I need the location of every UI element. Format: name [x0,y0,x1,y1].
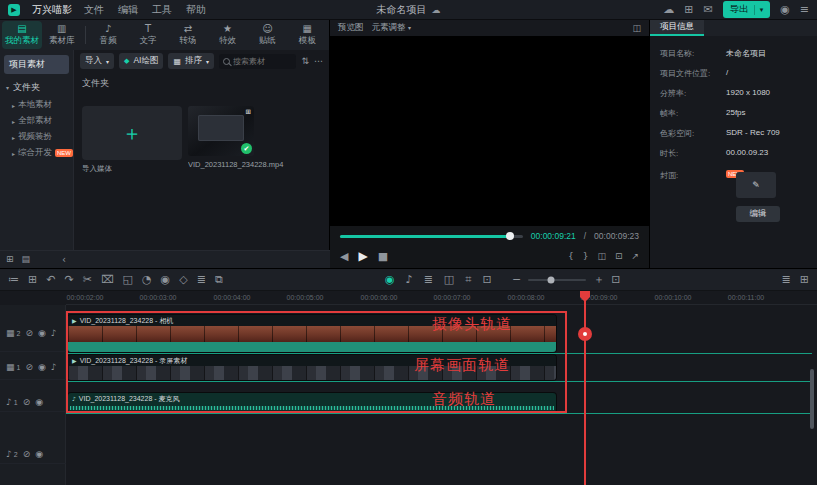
zoom-knob[interactable] [548,276,555,283]
pip-icon[interactable]: ⧉ [215,274,223,285]
voiceover-icon[interactable]: ♪ [406,274,413,285]
sidebar-item-all-media[interactable]: ▸ 全部素材 [0,113,73,129]
mark-in-icon[interactable]: { [568,252,574,261]
preview-adjust-dropdown[interactable]: 元素调整 ▾ [372,22,411,34]
sidebar-item-video-assets[interactable]: ▸ 视频装扮 [0,129,73,145]
zoom-out-icon[interactable]: − [512,274,521,285]
stop-icon[interactable]: ■ [378,251,388,262]
eye-icon[interactable]: ◉ [38,329,46,338]
preview-settings-icon[interactable]: ◫ [632,24,641,33]
media-manager-icon[interactable]: ≔ [8,274,19,285]
app-menu-icon[interactable]: ≡ [800,4,809,15]
user-avatar-icon[interactable]: ◉ [780,4,790,15]
zoom-slider[interactable] [528,279,586,281]
mute-icon[interactable]: ♪ [51,329,57,338]
track-header-video-2[interactable]: ▦ 2 ⊘ ◉ ♪ [0,315,66,352]
filter-icon[interactable]: ⇅ [301,57,309,66]
timeline-ruler[interactable]: 00:00:02:00 00:00:03:00 00:00:04:00 00:0… [66,291,817,305]
menu-edit[interactable]: 编辑 [118,3,138,17]
track-grid-icon[interactable]: ⊞ [28,274,37,285]
track-height-icon[interactable]: ≣ [782,274,791,285]
tab-stock-media[interactable]: ▥ 素材库 [42,21,82,49]
cloud-upload-icon[interactable]: ☁ [663,4,674,15]
tab-project-info[interactable]: 项目信息 [650,20,704,36]
search-box[interactable] [219,54,296,69]
eye-icon[interactable]: ◉ [35,450,43,459]
ai-paint-button[interactable]: ◆ AI绘图 [119,53,163,69]
split-icon[interactable]: ✂ [83,274,92,285]
lock-icon[interactable]: ⊘ [25,329,33,338]
sidebar-item-misc[interactable]: ▸ 综合开发 NEW [0,145,73,161]
feedback-icon[interactable]: ✉ [703,4,712,15]
import-button[interactable]: 导入 ▾ [80,53,114,69]
playhead-line[interactable] [584,291,586,485]
track-number: 2 [17,330,21,337]
menu-file[interactable]: 文件 [84,3,104,17]
track-manage-icon[interactable]: ⊞ [800,274,809,285]
mixer-icon[interactable]: ≣ [424,274,433,285]
tab-audio-label: 音频 [100,35,117,47]
media-clip-tile[interactable]: ⊞ ✔ [188,106,254,156]
tab-text[interactable]: T 文字 [128,21,168,49]
export-button[interactable]: 导出 ▾ [723,1,771,18]
mute-icon[interactable]: ♪ [51,363,57,372]
tab-transitions[interactable]: ⇄ 转场 [168,21,208,49]
screen-record-icon[interactable]: ◉ [385,274,395,285]
timeline-scrollbar[interactable] [810,369,814,429]
sidebar-item-project-media[interactable]: 项目素材 [4,55,69,74]
cloud-sync-icon[interactable]: ☁ [432,6,441,15]
zoom-fit-icon[interactable]: ⊡ [611,274,620,285]
crop-preview-icon[interactable]: ⊡ [615,252,623,261]
tab-my-media[interactable]: ▤ 我的素材 [2,21,42,49]
collapse-sidebar-icon[interactable]: ‹ [62,254,66,265]
more-options-icon[interactable]: ⋯ [314,57,323,66]
snapshot-frame-icon[interactable]: ◫ [444,274,454,285]
eye-icon[interactable]: ◉ [35,398,43,407]
keyframe-icon[interactable]: ◇ [179,274,187,285]
export-frame-icon[interactable]: ⊡ [482,274,491,285]
lock-icon[interactable]: ⊘ [23,398,31,407]
speed-icon[interactable]: ◔ [142,274,152,285]
video-canvas[interactable] [330,36,649,226]
crop-icon[interactable]: ◱ [123,274,133,285]
new-folder-icon[interactable]: ⊞ [6,255,14,264]
marker-icon[interactable]: ◉ [161,274,171,285]
seek-bar[interactable] [340,235,523,238]
edit-cover-button[interactable]: 编辑 [736,206,780,222]
tab-templates[interactable]: ▦ 模板 [287,21,327,49]
menu-tools[interactable]: 工具 [152,3,172,17]
export-chevron-icon[interactable]: ▾ [760,6,764,14]
play-icon: ▶ [72,317,77,324]
sidebar-item-local-media[interactable]: ▸ 本地素材 [0,97,73,113]
sidebar-item-folders[interactable]: ▾ 文件夹 [0,78,73,97]
import-media-tile[interactable]: ＋ [82,106,182,160]
tab-effects[interactable]: ★ 特效 [208,21,248,49]
snapshot-icon[interactable]: ◫ [597,252,606,261]
view-grid-icon: ▦ [173,57,181,66]
sort-button[interactable]: ▦ 排序 ▾ [168,53,214,69]
zoom-in-icon[interactable]: ＋ [593,274,604,285]
cover-thumbnail[interactable]: ✎ [736,172,776,198]
layout-icon[interactable]: ⊞ [684,4,693,15]
track-header-audio-1[interactable]: ♪ 1 ⊘ ◉ [0,393,66,412]
properties-icon[interactable]: ≣ [197,274,206,285]
tab-stickers[interactable]: ☺ 贴纸 [247,21,287,49]
eye-icon[interactable]: ◉ [38,363,46,372]
track-header-video-1[interactable]: ▦ 1 ⊘ ◉ ♪ [0,355,66,380]
redo-icon[interactable]: ↷ [64,274,73,285]
render-icon[interactable]: ⌗ [465,274,471,285]
undo-icon[interactable]: ↶ [46,274,55,285]
seek-knob[interactable] [506,232,514,240]
delete-icon[interactable]: ⌧ [101,274,114,285]
play-icon[interactable]: ▶ [358,249,367,263]
tab-audio[interactable]: ♪ 音频 [88,21,128,49]
previous-frame-icon[interactable]: ◀ [340,251,348,262]
lock-icon[interactable]: ⊘ [23,450,31,459]
track-header-audio-2[interactable]: ♪ 2 ⊘ ◉ [0,445,66,464]
mark-out-icon[interactable]: } [583,252,589,261]
list-view-icon[interactable]: ▤ [22,255,31,264]
search-input[interactable] [233,57,292,66]
menu-help[interactable]: 帮助 [186,3,206,17]
fullscreen-icon[interactable]: ↗ [631,252,639,261]
lock-icon[interactable]: ⊘ [25,363,33,372]
